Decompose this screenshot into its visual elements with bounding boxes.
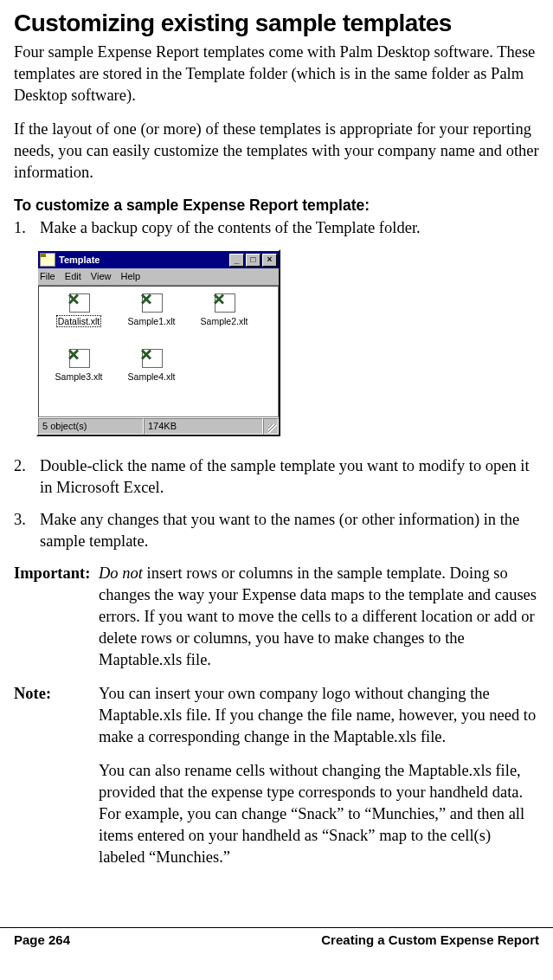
file-listing: Datalist.xlt Sample1.xlt Sample2.xlt Sam… [38, 286, 279, 417]
important-label: Important: [14, 563, 99, 671]
excel-icon [68, 349, 78, 359]
folder-icon [40, 253, 55, 267]
note-paragraph-2: You can also rename cells without changi… [99, 760, 539, 868]
important-text: Do not insert rows or columns in the sam… [99, 563, 539, 671]
excel-icon [140, 349, 151, 359]
maximize-button[interactable]: □ [246, 254, 260, 267]
step-1: Make a backup copy of the contents of th… [14, 217, 539, 239]
important-note: Important: Do not insert rows or columns… [14, 563, 539, 671]
file-label: Sample3.xlt [55, 371, 103, 382]
file-label: Datalist.xlt [57, 316, 100, 326]
minimize-button[interactable]: _ [229, 254, 244, 267]
footer-page-number: Page 264 [14, 932, 70, 949]
note-label: Note: [14, 683, 99, 868]
file-sample4[interactable]: Sample4.xlt [115, 347, 188, 403]
menu-edit[interactable]: Edit [65, 271, 81, 281]
important-italic: Do not [99, 564, 143, 582]
excel-icon [213, 293, 223, 304]
window-titlebar: Template _ □ × [38, 251, 279, 268]
note-block: Note: You can insert your own company lo… [14, 683, 539, 868]
footer-chapter-title: Creating a Custom Expense Report [321, 932, 539, 949]
file-sample1[interactable]: Sample1.xlt [115, 292, 188, 347]
resize-grip-icon[interactable] [263, 418, 279, 435]
file-datalist[interactable]: Datalist.xlt [42, 292, 115, 347]
excel-icon [68, 293, 78, 304]
file-label: Sample2.xlt [201, 316, 248, 326]
status-object-count: 5 object(s) [38, 418, 144, 435]
excel-icon [140, 293, 151, 304]
menu-help[interactable]: Help [121, 271, 141, 281]
menu-view[interactable]: View [91, 271, 112, 281]
file-sample2[interactable]: Sample2.xlt [188, 292, 260, 347]
window-title-text: Template [59, 254, 228, 267]
intro-paragraph-1: Four sample Expense Report templates com… [14, 42, 539, 106]
menu-file[interactable]: File [40, 271, 55, 281]
note-paragraph-1: You can insert your own company logo wit… [99, 683, 539, 748]
file-label: Sample4.xlt [128, 371, 176, 382]
template-folder-screenshot: Template _ □ × File Edit View Help Datal… [36, 249, 539, 436]
procedure-heading: To customize a sample Expense Report tem… [14, 196, 539, 216]
important-rest: insert rows or columns in the sample tem… [99, 564, 537, 668]
step-3: Make any changes that you want to the na… [14, 509, 539, 552]
close-button[interactable]: × [262, 254, 277, 267]
page-title: Customizing existing sample templates [14, 7, 539, 40]
status-size: 174KB [144, 418, 263, 435]
window-menubar: File Edit View Help [38, 268, 279, 286]
step-2: Double-click the name of the sample temp… [14, 455, 539, 499]
explorer-window: Template _ □ × File Edit View Help Datal… [36, 249, 280, 436]
file-sample3[interactable]: Sample3.xlt [42, 347, 115, 403]
intro-paragraph-2: If the layout of one (or more) of these … [14, 119, 539, 184]
file-label: Sample1.xlt [128, 316, 176, 326]
window-statusbar: 5 object(s) 174KB [38, 417, 279, 435]
page-footer: Page 264 Creating a Custom Expense Repor… [0, 927, 553, 956]
